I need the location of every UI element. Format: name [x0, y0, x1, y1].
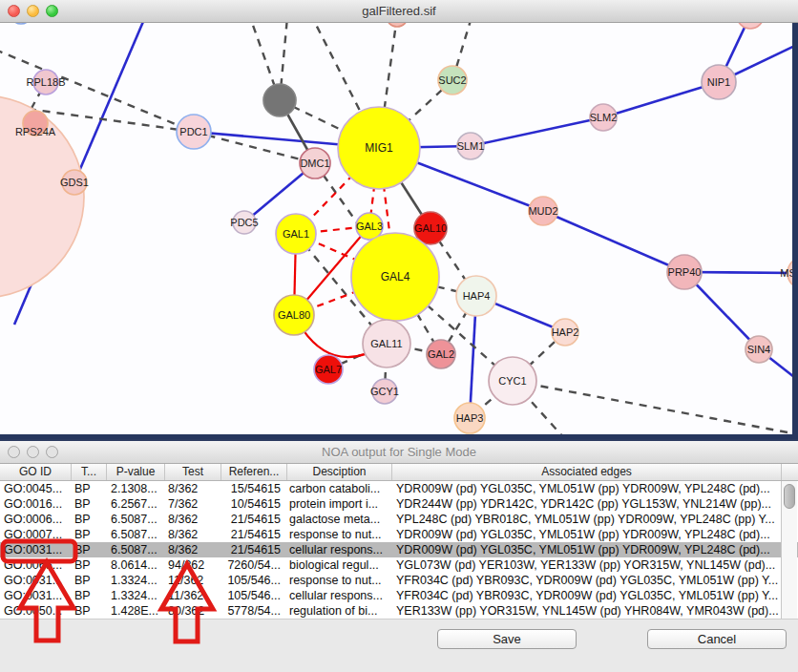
- cell-type: BP: [72, 527, 107, 542]
- cell-description: cellular respons...: [287, 542, 392, 557]
- node-label-GAL10: GAL10: [414, 222, 447, 234]
- cell-description: carbon cataboli...: [287, 481, 392, 496]
- cell-type: BP: [72, 557, 107, 573]
- cell-edges: YDR009W (pd) YGL035C, YML051W (pp) YDR00…: [392, 481, 781, 496]
- cell-description: response to nut...: [287, 573, 392, 588]
- cell-reference: 15/54615: [221, 481, 287, 496]
- noa-output-window: NOA output for Single Mode GO IDT...P-va…: [0, 439, 798, 672]
- table-row-8[interactable]: GO:0031...BP1.3324...11/362105/546...cel…: [0, 588, 798, 603]
- node-label-GAL2: GAL2: [428, 348, 454, 360]
- cell-description: cellular respons...: [287, 588, 392, 603]
- node-label-GCY1: GCY1: [370, 386, 399, 397]
- scrollbar-thumb[interactable]: [784, 484, 795, 509]
- cell-reference: 21/54615: [221, 542, 287, 557]
- node-fragTL[interactable]: [10, 23, 32, 24]
- cell-test: 8/362: [165, 542, 221, 557]
- cell-p_value: 2.1308...: [107, 481, 165, 496]
- node-label-HAP4: HAP4: [463, 290, 491, 302]
- cell-p_value: 6.2567...: [107, 496, 165, 512]
- cell-go_id: GO:0050...: [0, 603, 72, 619]
- cell-reference: 105/546...: [221, 573, 287, 588]
- node-topright[interactable]: [737, 23, 764, 29]
- button-area: Save Cancel: [0, 619, 798, 672]
- table-row-3[interactable]: GO:0006...BP6.5087...8/36221/54615galact…: [0, 512, 798, 527]
- cell-p_value: 6.5087...: [107, 542, 165, 557]
- cell-test: 8/362: [165, 512, 221, 527]
- network-window-titlebar: galFiltered.sif: [0, 0, 798, 23]
- node-label-GAL4: GAL4: [381, 270, 410, 284]
- cell-test: 11/362: [165, 588, 221, 603]
- edge-CYC1-a11: [513, 381, 798, 434]
- node-label-CYC1: CYC1: [498, 375, 526, 387]
- node-label-SIN4: SIN4: [747, 344, 770, 355]
- node-label-DMC1: DMC1: [300, 158, 329, 169]
- table-row-4[interactable]: GO:0007...BP6.5087...8/36221/54615respon…: [0, 527, 798, 542]
- header-scroll-corner: [782, 464, 798, 480]
- network-canvas[interactable]: RPL18BRPS24AGDS1PDC1DMC1MIG1SUC2SLM1SLM2…: [0, 23, 798, 434]
- vertical-scrollbar[interactable]: [781, 481, 797, 619]
- node-label-PRP40: PRP40: [668, 266, 702, 278]
- cell-edges: YGL073W (pd) YER103W, YER133W (pp) YOR31…: [392, 557, 781, 573]
- cell-reference: 21/54615: [221, 527, 287, 542]
- cell-reference: 105/546...: [221, 588, 287, 603]
- cell-test: 11/362: [165, 573, 221, 588]
- node-label-GAL3: GAL3: [356, 220, 383, 232]
- cell-test: 94/362: [165, 557, 221, 573]
- column-header-referen[interactable]: Referen...: [221, 464, 287, 480]
- table-row-7[interactable]: GO:0031...BP1.3324...11/362105/546...res…: [0, 573, 798, 588]
- cell-go_id: GO:0016...: [0, 496, 72, 512]
- table-row-1[interactable]: GO:0045...BP2.1308...8/36215/54615carbon…: [0, 481, 798, 496]
- edge-SLM1-SLM2: [471, 117, 603, 146]
- cell-type: BP: [72, 603, 107, 619]
- table-row-5[interactable]: GO:0031...BP6.5087...8/36221/54615cellul…: [0, 542, 798, 557]
- cell-go_id: GO:0045...: [0, 481, 72, 496]
- table-row-6[interactable]: GO:0065...BP8.0614...94/3627260/54...bio…: [0, 557, 798, 573]
- node-topmid[interactable]: [387, 23, 408, 27]
- cell-reference: 10/54615: [221, 496, 287, 512]
- cell-reference: 21/54615: [221, 512, 287, 527]
- cell-edges: YDR009W (pd) YGL035C, YML051W (pp) YDR00…: [392, 527, 781, 542]
- cell-p_value: 1.3324...: [107, 573, 165, 588]
- node-gray1[interactable]: [263, 84, 296, 116]
- column-header-test[interactable]: Test: [165, 464, 221, 480]
- node-label-PDC5: PDC5: [230, 217, 258, 228]
- cell-go_id: GO:0031...: [0, 542, 72, 557]
- node-label-MIG1: MIG1: [365, 141, 393, 155]
- cell-p_value: 6.5087...: [107, 512, 165, 527]
- window-title: NOA output for Single Mode: [0, 445, 798, 459]
- cell-type: BP: [72, 588, 107, 603]
- column-header-t[interactable]: T...: [72, 464, 107, 480]
- cell-description: regulation of bi...: [287, 603, 392, 619]
- table-row-9[interactable]: GO:0050...BP1.428E...80/3625778/54...reg…: [0, 603, 798, 619]
- node-label-PDC1: PDC1: [179, 126, 207, 137]
- cell-edges: YER133W (pp) YOR315W, YNL145W (pd) YHR08…: [392, 603, 781, 619]
- cell-type: BP: [72, 542, 107, 557]
- cell-reference: 5778/54...: [221, 603, 287, 619]
- cell-go_id: GO:0006...: [0, 512, 72, 527]
- node-label-SLM1: SLM1: [457, 140, 485, 152]
- save-button[interactable]: Save: [437, 629, 577, 649]
- cancel-button[interactable]: Cancel: [647, 629, 787, 649]
- node-label-RPS24A: RPS24A: [15, 126, 56, 137]
- cell-go_id: GO:0031...: [0, 573, 72, 588]
- cell-test: 80/362: [165, 603, 221, 619]
- network-svg: RPL18BRPS24AGDS1PDC1DMC1MIG1SUC2SLM1SLM2…: [0, 23, 798, 434]
- column-header-goid[interactable]: GO ID: [0, 464, 72, 480]
- column-header-desciption[interactable]: Desciption: [287, 464, 392, 480]
- canvas-border-right: [792, 23, 798, 434]
- column-header-associatededges[interactable]: Associated edges: [392, 464, 782, 480]
- column-header-pvalue[interactable]: P-value: [107, 464, 165, 480]
- cell-go_id: GO:0065...: [0, 557, 72, 573]
- cell-type: BP: [72, 573, 107, 588]
- edge-SLM2-NIP1: [603, 82, 719, 117]
- cell-test: 8/362: [165, 527, 221, 542]
- table-row-2[interactable]: GO:0016...BP6.2567...7/36210/54615protei…: [0, 496, 798, 512]
- edge-a1-GDS1: [74, 23, 145, 182]
- cell-description: galactose meta...: [287, 512, 392, 527]
- window-title: galFiltered.sif: [0, 4, 798, 18]
- node-label-RPL18B: RPL18B: [27, 76, 66, 88]
- cell-go_id: GO:0007...: [0, 527, 72, 542]
- cell-edges: YDR009W (pd) YGL035C, YML051W (pp) YDR00…: [392, 542, 781, 557]
- cell-reference: 7260/54...: [221, 557, 287, 573]
- edge-MUD2-PRP40: [543, 211, 684, 272]
